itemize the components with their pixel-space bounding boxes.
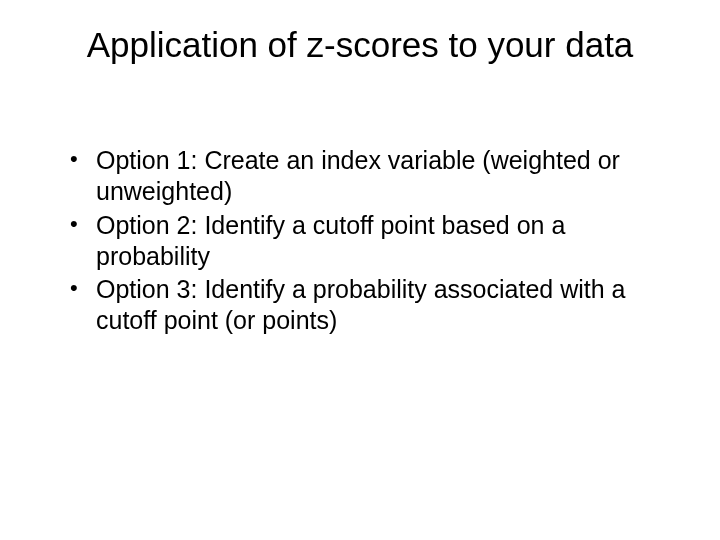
list-item: Option 2: Identify a cutoff point based … <box>70 210 670 273</box>
bullet-list: Option 1: Create an index variable (weig… <box>50 145 670 337</box>
slide-container: Application of z-scores to your data Opt… <box>0 0 720 540</box>
list-item: Option 3: Identify a probability associa… <box>70 274 670 337</box>
slide-title: Application of z-scores to your data <box>50 25 670 65</box>
list-item: Option 1: Create an index variable (weig… <box>70 145 670 208</box>
